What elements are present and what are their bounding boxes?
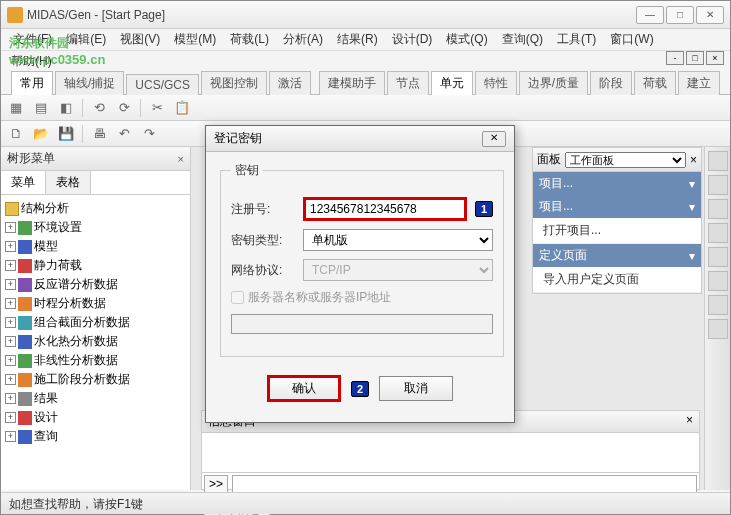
work-panel-select[interactable]: 工作面板 xyxy=(565,152,686,168)
tree-view[interactable]: 结构分析 +环境设置+模型+静力荷载+反应谱分析数据+时程分析数据+组合截面分析… xyxy=(1,195,190,490)
expander-icon[interactable]: + xyxy=(5,412,16,423)
key-type-select[interactable]: 单机版 xyxy=(303,229,493,251)
expander-icon[interactable]: + xyxy=(5,317,16,328)
expander-icon[interactable]: + xyxy=(5,355,16,366)
close-icon[interactable]: × xyxy=(178,153,184,165)
menu-analysis[interactable]: 分析(A) xyxy=(277,29,329,50)
expander-icon[interactable]: + xyxy=(5,336,16,347)
menu-query[interactable]: 查询(Q) xyxy=(496,29,549,50)
tree-item[interactable]: +组合截面分析数据 xyxy=(3,313,188,332)
tab-node[interactable]: 节点 xyxy=(387,71,429,95)
dialog-close-icon[interactable]: ✕ xyxy=(482,131,506,147)
dialog-titlebar: 登记密钥 ✕ xyxy=(206,126,514,152)
side-tool-icon[interactable] xyxy=(708,295,728,315)
tool-save-icon[interactable]: 💾 xyxy=(55,123,77,145)
menu-tools[interactable]: 工具(T) xyxy=(551,29,602,50)
tool-icon[interactable]: ✂ xyxy=(146,97,168,119)
tab-prop[interactable]: 特性 xyxy=(475,71,517,95)
tab-boundary[interactable]: 边界/质量 xyxy=(519,71,588,95)
tree-item[interactable]: +模型 xyxy=(3,237,188,256)
tree-item[interactable]: +时程分析数据 xyxy=(3,294,188,313)
menu-window[interactable]: 窗口(W) xyxy=(604,29,659,50)
close-button[interactable]: ✕ xyxy=(696,6,724,24)
mdi-close[interactable]: × xyxy=(706,51,724,65)
side-tool-icon[interactable] xyxy=(708,199,728,219)
command-input[interactable] xyxy=(232,475,697,493)
close-icon[interactable]: × xyxy=(686,413,693,430)
mdi-min[interactable]: - xyxy=(666,51,684,65)
close-icon[interactable]: × xyxy=(690,153,697,167)
side-tool-icon[interactable] xyxy=(708,247,728,267)
tab-activate[interactable]: 激活 xyxy=(269,71,311,95)
rp-section[interactable]: 项目...▾ xyxy=(533,195,701,218)
tool-undo-icon[interactable]: ↶ xyxy=(113,123,135,145)
rp-item-import[interactable]: 导入用户定义页面 xyxy=(533,267,701,293)
tab-wizard[interactable]: 建模助手 xyxy=(319,71,385,95)
expander-icon[interactable]: + xyxy=(5,241,16,252)
register-key-dialog: 登记密钥 ✕ 密钥 注册号: 1 密钥类型: 单机版 网络协议: TCP/IP xyxy=(205,125,515,423)
ok-button[interactable]: 确认 xyxy=(267,375,341,402)
tool-open-icon[interactable]: 📂 xyxy=(30,123,52,145)
tool-icon[interactable]: 📋 xyxy=(171,97,193,119)
menu-mode[interactable]: 模式(Q) xyxy=(440,29,493,50)
expander-icon[interactable]: + xyxy=(5,393,16,404)
tab-ucs[interactable]: UCS/GCS xyxy=(126,74,199,95)
tab-element[interactable]: 单元 xyxy=(431,71,473,95)
minimize-button[interactable]: — xyxy=(636,6,664,24)
cancel-button[interactable]: 取消 xyxy=(379,376,453,401)
menu-load[interactable]: 荷载(L) xyxy=(224,29,275,50)
tree-item[interactable]: +水化热分析数据 xyxy=(3,332,188,351)
reg-number-input[interactable] xyxy=(303,197,467,221)
menu-edit[interactable]: 编辑(E) xyxy=(60,29,112,50)
command-prompt[interactable]: >> xyxy=(204,475,228,493)
rp-item-open[interactable]: 打开项目... xyxy=(533,218,701,244)
tab-load[interactable]: 荷载 xyxy=(634,71,676,95)
tree-root[interactable]: 结构分析 xyxy=(3,199,188,218)
menu-file[interactable]: 文件(F) xyxy=(7,29,58,50)
tree-item[interactable]: +环境设置 xyxy=(3,218,188,237)
menu-design[interactable]: 设计(D) xyxy=(386,29,439,50)
tool-new-icon[interactable]: 🗋 xyxy=(5,123,27,145)
side-tool-icon[interactable] xyxy=(708,319,728,339)
expander-icon[interactable]: + xyxy=(5,279,16,290)
tool-redo-icon[interactable]: ↷ xyxy=(138,123,160,145)
tab-common[interactable]: 常用 xyxy=(11,71,53,95)
panel-label: 面板 xyxy=(537,151,561,168)
side-tool-icon[interactable] xyxy=(708,151,728,171)
expander-icon[interactable]: + xyxy=(5,431,16,442)
menu-model[interactable]: 模型(M) xyxy=(168,29,222,50)
tool-icon[interactable]: ▤ xyxy=(30,97,52,119)
tree-item[interactable]: +静力荷载 xyxy=(3,256,188,275)
tab-stage[interactable]: 阶段 xyxy=(590,71,632,95)
side-tool-icon[interactable] xyxy=(708,223,728,243)
tree-item[interactable]: +反应谱分析数据 xyxy=(3,275,188,294)
tree-item[interactable]: +施工阶段分析数据 xyxy=(3,370,188,389)
tree-item[interactable]: +设计 xyxy=(3,408,188,427)
menu-view[interactable]: 视图(V) xyxy=(114,29,166,50)
side-tool-icon[interactable] xyxy=(708,175,728,195)
menu-help[interactable]: 帮助(H) xyxy=(1,51,730,71)
tab-axis[interactable]: 轴线/捕捉 xyxy=(55,71,124,95)
expander-icon[interactable]: + xyxy=(5,222,16,233)
rp-section[interactable]: 项目...▾ xyxy=(533,172,701,195)
mdi-max[interactable]: □ xyxy=(686,51,704,65)
menu-result[interactable]: 结果(R) xyxy=(331,29,384,50)
tab-viewctrl[interactable]: 视图控制 xyxy=(201,71,267,95)
tree-item[interactable]: +查询 xyxy=(3,427,188,446)
tool-icon[interactable]: ▦ xyxy=(5,97,27,119)
rp-section[interactable]: 定义页面▾ xyxy=(533,244,701,267)
tree-item[interactable]: +非线性分析数据 xyxy=(3,351,188,370)
tool-icon[interactable]: ⟳ xyxy=(113,97,135,119)
maximize-button[interactable]: □ xyxy=(666,6,694,24)
expander-icon[interactable]: + xyxy=(5,260,16,271)
tree-item[interactable]: +结果 xyxy=(3,389,188,408)
tool-icon[interactable]: ⟲ xyxy=(88,97,110,119)
expander-icon[interactable]: + xyxy=(5,374,16,385)
subtab-menu[interactable]: 菜单 xyxy=(1,171,46,194)
subtab-table[interactable]: 表格 xyxy=(46,171,91,194)
side-tool-icon[interactable] xyxy=(708,271,728,291)
tab-build[interactable]: 建立 xyxy=(678,71,720,95)
expander-icon[interactable]: + xyxy=(5,298,16,309)
tool-icon[interactable]: ◧ xyxy=(55,97,77,119)
tool-print-icon[interactable]: 🖶 xyxy=(88,123,110,145)
